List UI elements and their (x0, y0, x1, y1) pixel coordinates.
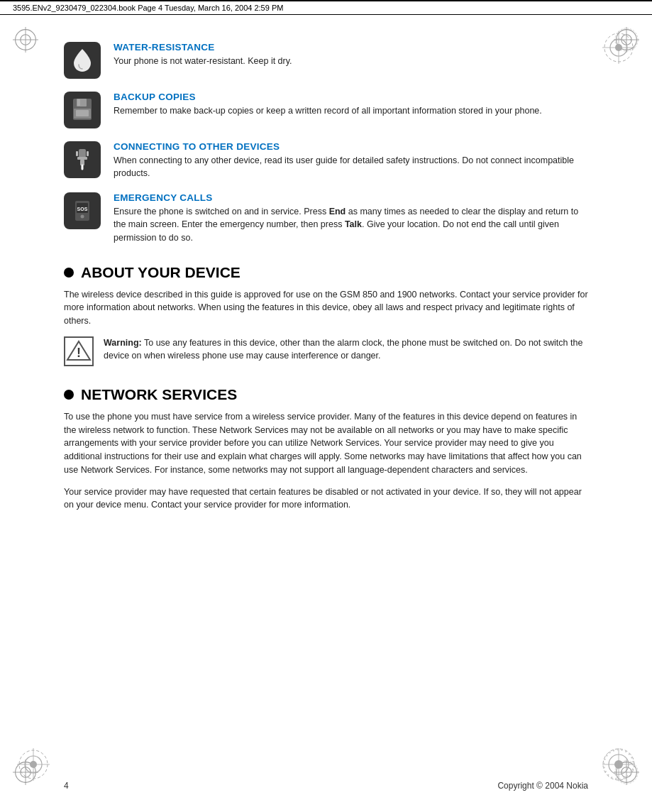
warning-box: ! Warning: To use any features in this d… (64, 336, 588, 366)
main-content: WATER-RESISTANCE Your phone is not water… (0, 15, 652, 563)
backup-copies-title: BACKUP COPIES (114, 92, 588, 102)
footer: 4 Copyright © 2004 Nokia (0, 781, 652, 791)
emergency-icon: SOS (64, 192, 101, 229)
emergency-section: SOS EMERGENCY CALLS Ensure the phone is … (64, 192, 588, 243)
svg-rect-43 (87, 151, 89, 156)
svg-point-46 (81, 215, 84, 219)
copyright: Copyright © 2004 Nokia (497, 781, 588, 791)
water-resistance-text: WATER-RESISTANCE Your phone is not water… (114, 42, 588, 67)
network-services-body1: To use the phone you must have service f… (64, 410, 588, 477)
connecting-text: CONNECTING TO OTHER DEVICES When connect… (114, 141, 588, 180)
about-device-body1: The wireless device described in this gu… (64, 288, 588, 328)
connecting-title: CONNECTING TO OTHER DEVICES (114, 141, 588, 152)
gear-decoration-tr (601, 30, 636, 65)
about-device-heading: ABOUT YOUR DEVICE (64, 264, 588, 281)
header-bar: 3595.ENv2_9230479_022304.book Page 4 Tue… (0, 0, 652, 15)
page: 3595.ENv2_9230479_022304.book Page 4 Tue… (0, 0, 652, 812)
connecting-section: CONNECTING TO OTHER DEVICES When connect… (64, 141, 588, 180)
svg-rect-36 (77, 99, 80, 106)
emergency-title: EMERGENCY CALLS (114, 192, 588, 203)
corner-decoration-tl (13, 27, 38, 53)
network-services-bullet (64, 390, 74, 400)
water-resistance-body: Your phone is not water-resistant. Keep … (114, 55, 588, 67)
warning-label: Warning: (104, 338, 142, 348)
backup-copies-section: BACKUP COPIES Remember to make back-up c… (64, 92, 588, 128)
svg-rect-38 (76, 110, 89, 116)
warning-text: Warning: To use any features in this dev… (104, 336, 588, 362)
header-text: 3595.ENv2_9230479_022304.book Page 4 Tue… (13, 4, 283, 12)
about-device-heading-text: ABOUT YOUR DEVICE (81, 264, 241, 281)
backup-copies-icon (64, 92, 101, 128)
warning-icon: ! (64, 336, 94, 366)
gear-decoration-bl-extra (16, 747, 51, 782)
emergency-text: EMERGENCY CALLS Ensure the phone is swit… (114, 192, 588, 243)
page-number: 4 (64, 781, 69, 791)
svg-text:SOS: SOS (77, 207, 88, 212)
connecting-body: When connecting to any other device, rea… (114, 154, 588, 180)
backup-copies-text: BACKUP COPIES Remember to make back-up c… (114, 92, 588, 117)
connecting-icon (64, 141, 101, 178)
about-device-bullet (64, 268, 74, 278)
network-services-body2: Your service provider may have requested… (64, 485, 588, 512)
warning-body: To use any features in this device, othe… (104, 338, 582, 361)
network-services-heading-text: NETWORK SERVICES (81, 386, 237, 403)
svg-rect-40 (77, 157, 87, 160)
svg-rect-42 (76, 151, 78, 156)
backup-copies-body: Remember to make back-up copies or keep … (114, 104, 588, 117)
svg-rect-39 (79, 149, 86, 158)
svg-text:!: ! (77, 346, 81, 360)
water-resistance-section: WATER-RESISTANCE Your phone is not water… (64, 42, 588, 79)
water-resistance-icon (64, 42, 101, 79)
network-services-heading: NETWORK SERVICES (64, 386, 588, 403)
emergency-body: Ensure the phone is switched on and in s… (114, 205, 588, 243)
water-resistance-title: WATER-RESISTANCE (114, 42, 588, 53)
gear-decoration-br (601, 747, 636, 782)
